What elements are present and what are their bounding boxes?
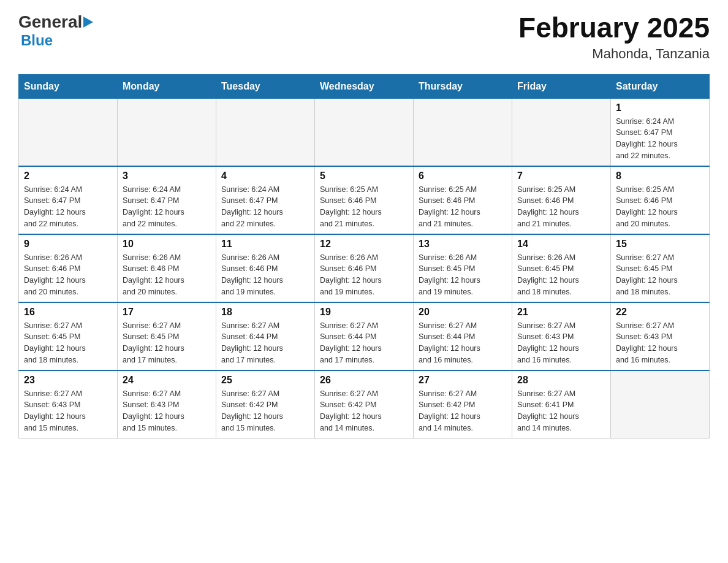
day-number: 2: [24, 170, 112, 182]
day-number: 20: [419, 307, 507, 318]
day-number: 1: [616, 102, 704, 113]
page-subtitle: Mahonda, Tanzania: [518, 46, 710, 62]
logo-blue-text: Blue: [21, 32, 93, 49]
weekday-header: Thursday: [414, 74, 512, 98]
day-info: Sunrise: 6:25 AM Sunset: 6:46 PM Dayligh…: [320, 184, 408, 230]
day-number: 9: [24, 239, 112, 250]
day-number: 28: [517, 375, 605, 386]
calendar-day-cell: [414, 98, 512, 166]
day-info: Sunrise: 6:24 AM Sunset: 6:47 PM Dayligh…: [616, 116, 704, 162]
day-number: 15: [616, 239, 704, 250]
calendar-day-cell: 19Sunrise: 6:27 AM Sunset: 6:44 PM Dayli…: [315, 302, 414, 370]
calendar-day-cell: [216, 98, 315, 166]
day-number: 8: [616, 170, 704, 182]
day-info: Sunrise: 6:27 AM Sunset: 6:43 PM Dayligh…: [616, 320, 704, 366]
calendar-day-cell: 23Sunrise: 6:27 AM Sunset: 6:43 PM Dayli…: [19, 370, 118, 439]
day-info: Sunrise: 6:27 AM Sunset: 6:43 PM Dayligh…: [24, 388, 112, 434]
calendar-day-cell: 14Sunrise: 6:26 AM Sunset: 6:45 PM Dayli…: [512, 234, 611, 302]
weekday-header: Sunday: [19, 74, 118, 98]
day-info: Sunrise: 6:25 AM Sunset: 6:46 PM Dayligh…: [517, 184, 605, 230]
day-info: Sunrise: 6:24 AM Sunset: 6:47 PM Dayligh…: [221, 184, 309, 230]
day-number: 21: [517, 307, 605, 318]
day-number: 14: [517, 239, 605, 250]
day-number: 16: [24, 307, 112, 318]
calendar-day-cell: 1Sunrise: 6:24 AM Sunset: 6:47 PM Daylig…: [611, 98, 710, 166]
day-info: Sunrise: 6:26 AM Sunset: 6:46 PM Dayligh…: [123, 252, 211, 298]
day-number: 13: [419, 239, 507, 250]
day-number: 11: [221, 239, 309, 250]
calendar-day-cell: 15Sunrise: 6:27 AM Sunset: 6:45 PM Dayli…: [611, 234, 710, 302]
day-info: Sunrise: 6:27 AM Sunset: 6:43 PM Dayligh…: [517, 320, 605, 366]
calendar-day-cell: [118, 98, 216, 166]
calendar-day-cell: 18Sunrise: 6:27 AM Sunset: 6:44 PM Dayli…: [216, 302, 315, 370]
day-number: 12: [320, 239, 408, 250]
calendar-day-cell: 17Sunrise: 6:27 AM Sunset: 6:45 PM Dayli…: [118, 302, 216, 370]
calendar-day-cell: 21Sunrise: 6:27 AM Sunset: 6:43 PM Dayli…: [512, 302, 611, 370]
logo-triangle-icon: [83, 17, 93, 28]
calendar-day-cell: 9Sunrise: 6:26 AM Sunset: 6:46 PM Daylig…: [19, 234, 118, 302]
calendar-week-row: 16Sunrise: 6:27 AM Sunset: 6:45 PM Dayli…: [19, 302, 710, 370]
calendar-day-cell: 22Sunrise: 6:27 AM Sunset: 6:43 PM Dayli…: [611, 302, 710, 370]
calendar-day-cell: 20Sunrise: 6:27 AM Sunset: 6:44 PM Dayli…: [414, 302, 512, 370]
day-info: Sunrise: 6:27 AM Sunset: 6:45 PM Dayligh…: [123, 320, 211, 366]
day-info: Sunrise: 6:26 AM Sunset: 6:46 PM Dayligh…: [320, 252, 408, 298]
day-number: 18: [221, 307, 309, 318]
day-info: Sunrise: 6:27 AM Sunset: 6:45 PM Dayligh…: [24, 320, 112, 366]
weekday-header: Friday: [512, 74, 611, 98]
day-number: 3: [123, 170, 211, 182]
calendar-day-cell: [512, 98, 611, 166]
calendar-week-row: 23Sunrise: 6:27 AM Sunset: 6:43 PM Dayli…: [19, 370, 710, 439]
day-number: 19: [320, 307, 408, 318]
day-info: Sunrise: 6:25 AM Sunset: 6:46 PM Dayligh…: [616, 184, 704, 230]
day-info: Sunrise: 6:24 AM Sunset: 6:47 PM Dayligh…: [123, 184, 211, 230]
calendar-day-cell: 11Sunrise: 6:26 AM Sunset: 6:46 PM Dayli…: [216, 234, 315, 302]
day-number: 24: [123, 375, 211, 386]
calendar-table: SundayMondayTuesdayWednesdayThursdayFrid…: [18, 74, 710, 439]
day-number: 22: [616, 307, 704, 318]
calendar-day-cell: 26Sunrise: 6:27 AM Sunset: 6:42 PM Dayli…: [315, 370, 414, 439]
day-info: Sunrise: 6:24 AM Sunset: 6:47 PM Dayligh…: [24, 184, 112, 230]
calendar-day-cell: [611, 370, 710, 439]
day-info: Sunrise: 6:26 AM Sunset: 6:45 PM Dayligh…: [419, 252, 507, 298]
calendar-day-cell: 4Sunrise: 6:24 AM Sunset: 6:47 PM Daylig…: [216, 166, 315, 234]
page-header: General Blue February 2025 Mahonda, Tanz…: [18, 12, 710, 62]
day-number: 23: [24, 375, 112, 386]
day-number: 4: [221, 170, 309, 182]
day-number: 10: [123, 239, 211, 250]
day-info: Sunrise: 6:27 AM Sunset: 6:44 PM Dayligh…: [419, 320, 507, 366]
calendar-day-cell: 3Sunrise: 6:24 AM Sunset: 6:47 PM Daylig…: [118, 166, 216, 234]
day-info: Sunrise: 6:26 AM Sunset: 6:46 PM Dayligh…: [221, 252, 309, 298]
day-info: Sunrise: 6:27 AM Sunset: 6:42 PM Dayligh…: [221, 388, 309, 434]
calendar-day-cell: 7Sunrise: 6:25 AM Sunset: 6:46 PM Daylig…: [512, 166, 611, 234]
calendar-day-cell: 2Sunrise: 6:24 AM Sunset: 6:47 PM Daylig…: [19, 166, 118, 234]
day-info: Sunrise: 6:26 AM Sunset: 6:45 PM Dayligh…: [517, 252, 605, 298]
calendar-day-cell: 27Sunrise: 6:27 AM Sunset: 6:42 PM Dayli…: [414, 370, 512, 439]
day-info: Sunrise: 6:27 AM Sunset: 6:42 PM Dayligh…: [419, 388, 507, 434]
title-section: February 2025 Mahonda, Tanzania: [518, 12, 710, 62]
calendar-day-cell: [315, 98, 414, 166]
weekday-header: Wednesday: [315, 74, 414, 98]
day-info: Sunrise: 6:27 AM Sunset: 6:44 PM Dayligh…: [320, 320, 408, 366]
calendar-day-cell: 13Sunrise: 6:26 AM Sunset: 6:45 PM Dayli…: [414, 234, 512, 302]
calendar-day-cell: 28Sunrise: 6:27 AM Sunset: 6:41 PM Dayli…: [512, 370, 611, 439]
logo-general-text: General: [18, 12, 82, 32]
day-number: 17: [123, 307, 211, 318]
calendar-day-cell: 8Sunrise: 6:25 AM Sunset: 6:46 PM Daylig…: [611, 166, 710, 234]
day-number: 26: [320, 375, 408, 386]
day-info: Sunrise: 6:27 AM Sunset: 6:41 PM Dayligh…: [517, 388, 605, 434]
calendar-week-row: 1Sunrise: 6:24 AM Sunset: 6:47 PM Daylig…: [19, 98, 710, 166]
day-number: 27: [419, 375, 507, 386]
day-number: 7: [517, 170, 605, 182]
calendar-week-row: 2Sunrise: 6:24 AM Sunset: 6:47 PM Daylig…: [19, 166, 710, 234]
calendar-week-row: 9Sunrise: 6:26 AM Sunset: 6:46 PM Daylig…: [19, 234, 710, 302]
day-info: Sunrise: 6:27 AM Sunset: 6:43 PM Dayligh…: [123, 388, 211, 434]
day-info: Sunrise: 6:27 AM Sunset: 6:45 PM Dayligh…: [616, 252, 704, 298]
calendar-day-cell: 25Sunrise: 6:27 AM Sunset: 6:42 PM Dayli…: [216, 370, 315, 439]
day-info: Sunrise: 6:25 AM Sunset: 6:46 PM Dayligh…: [419, 184, 507, 230]
calendar-day-cell: 10Sunrise: 6:26 AM Sunset: 6:46 PM Dayli…: [118, 234, 216, 302]
calendar-header-row: SundayMondayTuesdayWednesdayThursdayFrid…: [19, 74, 710, 98]
page-title: February 2025: [518, 12, 710, 44]
calendar-day-cell: 12Sunrise: 6:26 AM Sunset: 6:46 PM Dayli…: [315, 234, 414, 302]
logo: General Blue: [18, 12, 93, 49]
weekday-header: Tuesday: [216, 74, 315, 98]
